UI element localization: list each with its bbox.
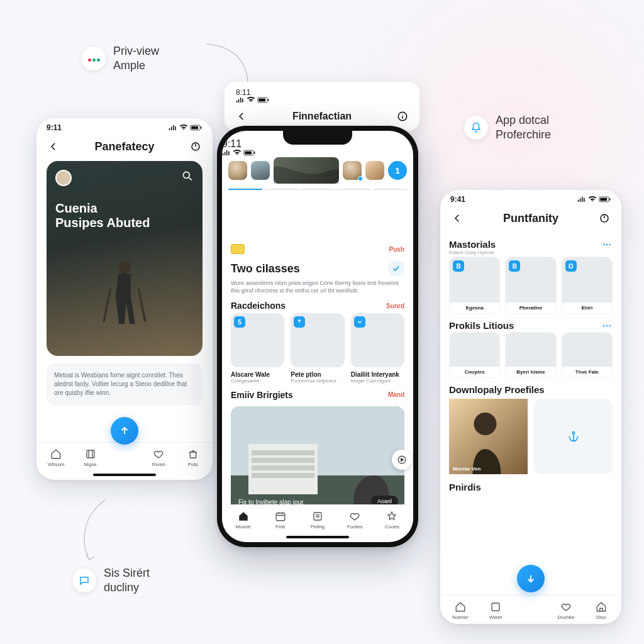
profile-card[interactable]: OEhiri <box>562 257 613 314</box>
profile-card[interactable]: Byeri hisme <box>505 332 556 378</box>
svg-rect-20 <box>252 473 314 478</box>
svg-rect-6 <box>201 126 202 128</box>
tab-starred[interactable]: Cooes <box>377 510 406 530</box>
svg-rect-17 <box>252 450 314 455</box>
tab-library[interactable]: Wieet <box>481 601 510 620</box>
annotation-right-line2: Proferchire <box>496 128 551 142</box>
svg-point-9 <box>118 260 131 274</box>
profile-card[interactable]: BEgesna <box>449 257 500 314</box>
profile-card[interactable]: Pete ptlon Foonmroul cetplorcs <box>291 313 344 383</box>
power-button[interactable] <box>187 138 204 155</box>
svg-rect-25 <box>600 198 607 201</box>
story-main[interactable] <box>274 157 339 184</box>
tab-bar: Notmer Wieet Dovhke Diso <box>440 595 621 624</box>
tab-favorites[interactable]: Footes <box>340 510 369 530</box>
section-title: Emiiv Brirgiets <box>231 390 293 400</box>
home-indicator <box>93 474 156 476</box>
power-button[interactable] <box>596 210 613 226</box>
profile-card[interactable]: Couyere <box>449 332 500 378</box>
annotation-top: Priv-view Ample <box>82 44 159 72</box>
tab-store[interactable]: Diso <box>587 601 616 620</box>
profile-card[interactable]: Diailiit Interyank Inoger Csernlguni <box>351 313 404 383</box>
back-button[interactable] <box>45 138 62 155</box>
home-indicator <box>286 536 349 538</box>
arrow-curve-icon <box>70 497 121 566</box>
fab-up-button[interactable] <box>111 417 138 445</box>
section-more[interactable]: Sunrd <box>386 303 404 309</box>
back-button[interactable] <box>449 210 465 226</box>
featured-pill[interactable]: Aoanl <box>371 496 398 504</box>
phone-screen-3: 9:41 Puntfanity Mastorials Eslere Cuny H… <box>440 190 621 624</box>
download-card[interactable] <box>534 399 613 474</box>
annotation-bottom: Sis Sirért ducliny <box>72 566 150 594</box>
story-item[interactable] <box>228 161 247 180</box>
tab-calendar[interactable]: Fine <box>266 510 295 530</box>
play-button[interactable] <box>392 450 412 470</box>
tab-favorites[interactable]: Ronm <box>144 448 173 467</box>
notification-bubble[interactable]: 1 <box>388 161 407 180</box>
anchor-icon <box>567 430 580 443</box>
profile-card[interactable]: Monise Von <box>449 399 528 474</box>
featured-card[interactable]: Fix to Invibete alap jour. Aoanl <box>231 406 404 504</box>
svg-rect-18 <box>252 458 314 463</box>
hero-title-line1: Cuenia <box>55 201 194 216</box>
chevron-down-icon <box>354 316 365 328</box>
page-title: Panefatecy <box>62 140 187 153</box>
svg-rect-12 <box>245 152 252 155</box>
section-more[interactable]: Mand <box>388 391 404 398</box>
svg-rect-19 <box>252 465 314 470</box>
status-icons <box>169 125 203 131</box>
tab-home[interactable]: Mosne <box>229 510 258 530</box>
story-item[interactable] <box>251 161 270 180</box>
tab-home[interactable]: Wtisom <box>42 448 70 467</box>
more-button[interactable]: ⋯ <box>602 321 613 331</box>
section-title: Pnirdis <box>449 482 481 492</box>
story-item[interactable] <box>343 161 362 180</box>
annotation-right: App dotcal Proferchire <box>464 113 551 142</box>
push-label[interactable]: Push <box>389 246 404 253</box>
annotation-right-line1: App dotcal <box>496 113 551 128</box>
card-badge: B <box>453 260 464 272</box>
tab-store[interactable]: Pots <box>179 448 208 467</box>
svg-point-8 <box>183 172 189 178</box>
tab-feed[interactable]: Peting <box>303 510 332 530</box>
tab-center <box>516 604 545 618</box>
card-badge: B <box>509 260 520 272</box>
avatar[interactable] <box>55 170 72 186</box>
svg-rect-1 <box>258 99 265 102</box>
more-button[interactable]: ⋯ <box>602 240 613 250</box>
phone-screen-2: 9:11 1 Push Two cilasses <box>222 131 413 542</box>
hero-card[interactable]: Cuenia Pusipes Abuted <box>47 161 203 356</box>
floater-title: Finnefactian <box>250 111 394 122</box>
phone-screen-1: 9:11 Panefatecy Cuenia Pusipes Abuted Me… <box>36 118 213 480</box>
tab-home[interactable]: Notmer <box>446 601 475 620</box>
svg-rect-31 <box>492 603 499 611</box>
svg-point-30 <box>572 432 574 434</box>
svg-rect-22 <box>276 513 285 521</box>
status-icons <box>236 97 408 103</box>
card-badge: O <box>565 260 577 272</box>
search-icon[interactable] <box>181 170 194 182</box>
hero-title-line2: Pusipes Abuted <box>55 216 194 230</box>
svg-rect-10 <box>87 450 94 458</box>
tag-badge <box>231 244 245 254</box>
profile-card[interactable]: Thve Fale <box>562 332 613 378</box>
section-body: Wure assentirms nitirn pries erigen Crin… <box>231 279 404 294</box>
section-title: Downlopaly Proefiles <box>449 384 545 395</box>
status-icons <box>222 150 413 156</box>
tab-favorites[interactable]: Dovhke <box>552 601 580 620</box>
profile-card[interactable]: BPberatine <box>505 257 556 314</box>
share-icon <box>294 316 305 328</box>
check-button[interactable] <box>388 260 404 277</box>
back-button[interactable] <box>233 108 250 125</box>
section-title: Racdeichons <box>231 301 286 311</box>
annotation-bottom-line2: ducliny <box>104 580 150 595</box>
story-item[interactable] <box>365 161 384 180</box>
fab-down-button[interactable] <box>517 565 545 592</box>
tab-library[interactable]: Nigse <box>76 448 105 467</box>
profile-card[interactable]: 5 Alscare Wale Cotégesante <box>231 313 284 383</box>
info-button[interactable] <box>394 108 411 125</box>
status-icons <box>577 196 611 203</box>
chat-icon <box>72 569 96 592</box>
featured-image <box>231 406 404 504</box>
